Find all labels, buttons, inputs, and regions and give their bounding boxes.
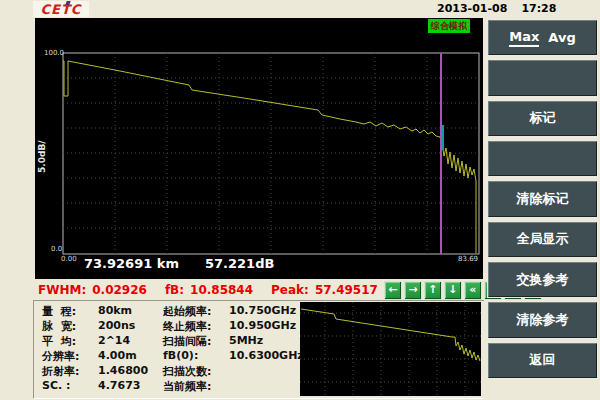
sidebar-button-clear-marks[interactable]: 清除标记 [487,180,598,217]
param-row-resolution: 分辨率:4.00m [42,349,148,364]
instrument-screen: CETC 2013-01-0817:28 综合模拟 100.0 0.0 5.0d… [0,0,600,400]
datetime: 2013-01-0817:28 [437,2,570,15]
arrow-right-button[interactable]: → [404,281,422,300]
sidebar-button-mark[interactable]: 标记 [487,100,598,137]
cetc-logo-text: CETC [41,2,82,17]
otdr-trace [63,61,476,253]
arrow-down-button[interactable]: ↓ [444,281,462,300]
y-min-label: 0.0 [51,246,62,253]
sidebar-button-swap-reference[interactable]: 交换参考 [487,261,598,298]
sidebar-button-clear-reference[interactable]: 清除参考 [487,301,598,338]
mini-plot [300,302,481,396]
sidebar-button-max-avg[interactable]: Max Avg [487,19,598,56]
fwhm-label: FWHM: [38,283,86,297]
arrow-double-left-button[interactable]: « [464,281,482,300]
mini-trace [301,309,480,361]
peak-value: 57.49517 [315,283,378,297]
sidebar-button-global-display[interactable]: 全局显示 [487,221,598,258]
y-scale-label: 5.0dB/ [37,133,47,173]
peak-label: Peak: [271,283,309,297]
cursor-readout: 73.92691 km57.221dB [84,256,300,271]
param-row-average: 平 均:2^14 [42,334,148,349]
x-max-label: 83.69 [458,256,478,263]
y-max-label: 100.0 [44,50,64,57]
fb-value: 10.85844 [190,283,253,297]
measurement-row: FWHM: 0.02926 fB: 10.85844 Peak: 57.4951… [38,280,482,300]
sidebar-button-blank-1[interactable] [487,59,598,96]
date-label: 2013-01-08 [437,2,507,15]
sidebar-menu: Max Avg 标记 清除标记 全局显示 交换参考 清除参考 返回 [487,19,598,379]
main-plot [35,18,483,279]
cursor-level: 57.221dB [205,256,274,271]
param-row-range: 量 程:80km [42,304,148,319]
fwhm-value: 0.02926 [92,283,147,297]
param-row-refractive-index: 折射率:1.46800 [42,364,148,379]
param-row-pulse-width: 脉 宽:200ns [42,319,148,334]
cetc-logo: CETC [33,1,89,17]
sidebar-button-return[interactable]: 返回 [487,342,598,379]
fb-label: fB: [165,283,184,297]
arrow-up-button[interactable]: ↑ [424,281,442,300]
cursor-distance: 73.92691 km [84,256,179,271]
x-min-label: 0.00 [61,256,77,263]
time-label: 17:28 [521,2,556,15]
parameter-list: 量 程:80km 脉 宽:200ns 平 均:2^14 分辨率:4.00m 折射… [42,304,148,394]
sidebar-button-blank-2[interactable] [487,140,598,177]
param-row-sc: SC. :4.7673 [42,379,148,394]
arrow-left-button[interactable]: ← [384,281,402,300]
